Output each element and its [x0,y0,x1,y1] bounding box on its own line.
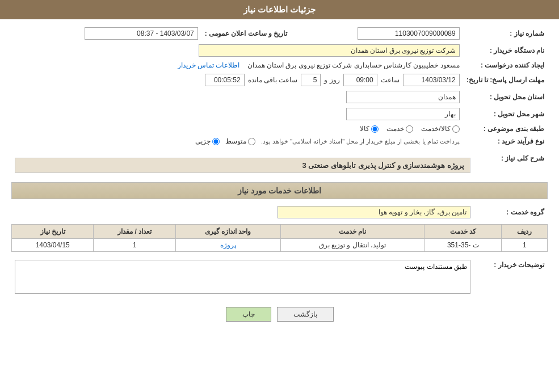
province-input: همدان [346,91,460,103]
category-label-kala: کالا [360,125,369,133]
category-radio-group: کالا/خدمت خدمت کالا [15,125,460,133]
cell-date: 1403/04/15 [12,239,94,252]
remaining-time-input: 00:05:52 [205,74,245,86]
province-label: استان محل تحویل : [463,88,548,106]
need-number-label: شماره نیاز : [463,25,548,42]
page-title: جزئیات اطلاعات نیاز [243,5,316,14]
city-input: بهار [346,108,460,120]
need-desc-section-title: پروژه هوشمندسازی و کنترل پذیری تابلوهای … [15,158,470,173]
col-header-code: کد خدمت [424,225,502,239]
table-row: 1 ت -35-351 تولید، انتقال و توزیع برق پر… [12,239,548,252]
need-number-value: 1103007009000089 [291,25,463,42]
deadline-label: مهلت ارسال پاسخ: تا تاریخ: [463,71,548,88]
page-header: جزئیات اطلاعات نیاز [0,0,559,19]
purchase-note: پرداخت تمام یا بخشی از مبلغ خریدار از مح… [261,138,460,145]
creator-name: مسعود خطیبیون کارشناس حسابداری شرکت توزی… [247,61,460,69]
deadline-time-input: 09:00 [343,74,377,86]
category-radio-kala[interactable] [371,125,379,133]
need-number-input: 1103007009000089 [358,27,460,40]
category-label: طبقه بندی موضوعی : [463,123,548,135]
announce-date-input: 1403/03/07 - 08:37 [85,27,198,40]
back-button[interactable]: بازگشت [277,307,334,322]
buyer-org-label: نام دستگاه خریدار : [463,42,548,59]
buyer-org-input: شرکت توزیع نیروی برق استان همدان [199,44,460,57]
cell-unit: پروژه [175,239,280,252]
deadline-time-label: ساعت [381,76,400,84]
need-desc-value: پروژه هوشمندسازی و کنترل پذیری تابلوهای … [302,161,464,170]
print-button[interactable]: چاپ [226,307,271,322]
need-desc-label: شرح کلی نیاز : [474,151,548,179]
service-group-section: گروه خدمت : تامین برق، گاز، بخار و تهویه… [11,204,548,221]
col-header-unit: واحد اندازه گیری [175,225,280,239]
need-desc-section: شرح کلی نیاز : پروژه هوشمندسازی و کنترل … [11,151,548,179]
footer-buttons: بازگشت چاپ [11,307,548,322]
cell-row: 1 [502,239,548,252]
category-radio-khadamat[interactable] [406,125,413,133]
deadline-date-input: 1403/03/12 [403,74,460,86]
category-label-khadamat: خدمت [386,125,404,133]
cell-qty: 1 [94,239,175,252]
cell-name: تولید، انتقال و توزیع برق [280,239,424,252]
category-option-kala-khadamat[interactable]: کالا/خدمت [421,125,459,133]
col-header-name: نام خدمت [280,225,424,239]
category-option-kala[interactable]: کالا [360,125,379,133]
service-group-value: تامین برق، گاز، بخار و تهویه هوا [278,206,470,218]
purchase-option-small[interactable]: جزیی [195,137,220,145]
cell-code: ت -35-351 [424,239,502,252]
announce-date-label: تاریخ و ساعت اعلان عمومی : [201,25,291,42]
category-label-kala-khadamat: کالا/خدمت [421,125,450,133]
services-table: ردیف کد خدمت نام خدمت واحد اندازه گیری ت… [11,224,548,252]
col-header-qty: تعداد / مقدار [94,225,175,239]
purchase-type-row: پرداخت تمام یا بخشی از مبلغ خریدار از مح… [15,137,460,145]
purchase-type-label: نوع فرآیند خرید : [463,135,548,147]
col-header-row: ردیف [502,225,548,239]
deadline-days-label: روز و [324,76,339,84]
purchase-label-small: جزیی [195,137,211,145]
purchase-label-medium: متوسط [225,137,246,145]
main-form: شماره نیاز : 1103007009000089 تاریخ و سا… [11,25,548,147]
buyer-desc-section: توضیحات خریدار : [11,258,548,298]
buyer-desc-textarea[interactable] [15,260,470,294]
services-section-header: اطلاعات خدمات مورد نیاز [11,182,548,199]
creator-label: ایجاد کننده درخواست : [463,59,548,71]
service-group-label: گروه خدمت : [474,204,548,221]
deadline-days-input: 5 [301,74,321,86]
announce-date-value: 1403/03/07 - 08:37 [11,25,201,42]
remaining-label: ساعت باقی مانده [248,76,298,84]
purchase-radio-small[interactable] [212,138,220,145]
category-radio-kala-khadamat[interactable] [452,125,460,133]
purchase-radio-medium[interactable] [248,138,255,145]
purchase-option-medium[interactable]: متوسط [225,137,255,145]
creator-contact-link[interactable]: اطلاعات تماس خریدار [178,61,240,69]
col-header-date: تاریخ نیاز [12,225,94,239]
category-option-khadamat[interactable]: خدمت [386,125,413,133]
city-label: شهر محل تحویل : [463,106,548,123]
buyer-desc-label: توضیحات خریدار : [474,258,548,298]
